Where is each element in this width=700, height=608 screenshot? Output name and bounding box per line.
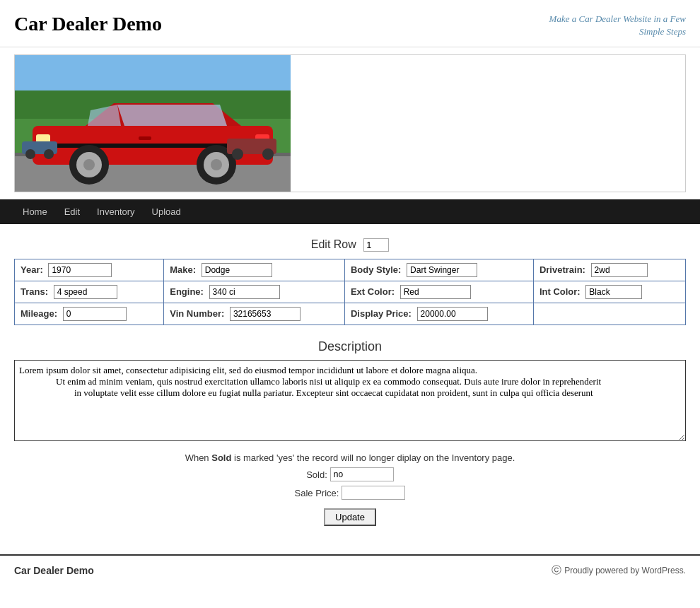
make-cell: Make:	[164, 259, 345, 281]
empty-cell	[533, 303, 685, 325]
row-number-input[interactable]	[363, 238, 389, 252]
trans-label: Trans:	[21, 286, 48, 297]
table-row: Trans: Engine: Ext Color: Int Color:	[15, 281, 686, 303]
trans-cell: Trans:	[15, 281, 164, 303]
description-textarea[interactable]: Lorem ipsum dolor sit amet, consectetur …	[14, 360, 686, 441]
trans-input[interactable]	[54, 285, 117, 299]
nav-item-home[interactable]: Home	[14, 199, 56, 224]
svg-point-9	[83, 159, 95, 170]
nav-item-upload[interactable]: Upload	[144, 199, 189, 224]
update-button[interactable]: Update	[324, 508, 376, 526]
svg-point-12	[211, 159, 222, 170]
ext-color-input[interactable]	[400, 285, 471, 299]
edit-row-header: Edit Row	[14, 238, 686, 252]
banner-area	[14, 54, 686, 192]
site-title: Car Dealer Demo	[14, 13, 162, 35]
body-style-label: Body Style:	[351, 264, 402, 275]
navigation: Home Edit Inventory Upload	[0, 199, 700, 224]
table-row: Mileage: Vin Number: Display Price:	[15, 303, 686, 325]
mileage-cell: Mileage:	[15, 303, 164, 325]
footer-title: Car Dealer Demo	[14, 565, 94, 576]
make-label: Make:	[170, 264, 196, 275]
svg-point-23	[44, 149, 54, 159]
ext-color-cell: Ext Color:	[344, 281, 533, 303]
footer-wordpress: ⓒ Proudly powered by WordPress.	[552, 564, 686, 577]
drivetrain-input[interactable]	[591, 263, 648, 277]
ext-color-label: Ext Color:	[351, 286, 395, 297]
nav-item-edit[interactable]: Edit	[56, 199, 88, 224]
sold-label: Sold:	[306, 469, 327, 480]
sale-price-input[interactable]	[342, 486, 405, 500]
drivetrain-label: Drivetrain:	[539, 264, 585, 275]
body-style-cell: Body Style:	[344, 259, 533, 281]
sold-keyword: Sold	[211, 452, 231, 463]
main-content: Edit Row Year: Make: Body Style: Drivetr…	[0, 238, 700, 554]
fields-table: Year: Make: Body Style: Drivetrain: Tran…	[14, 259, 686, 325]
sold-section: When Sold is marked 'yes' the record wil…	[14, 452, 686, 500]
vin-label: Vin Number:	[170, 308, 224, 319]
sale-price-label: Sale Price:	[295, 488, 339, 498]
site-header: Car Dealer Demo Make a Car Dealer Websit…	[0, 0, 700, 47]
display-price-label: Display Price:	[351, 308, 412, 319]
drivetrain-cell: Drivetrain:	[533, 259, 685, 281]
int-color-label: Int Color:	[539, 286, 581, 297]
engine-label: Engine:	[170, 286, 204, 297]
footer-wp-text: Proudly powered by WordPress.	[564, 566, 686, 575]
description-header: Description	[14, 339, 686, 354]
mileage-label: Mileage:	[21, 308, 57, 319]
mileage-input[interactable]	[63, 307, 127, 321]
nav-item-inventory[interactable]: Inventory	[88, 199, 143, 224]
sold-notice: When Sold is marked 'yes' the record wil…	[14, 452, 686, 463]
make-input[interactable]	[202, 263, 272, 277]
table-row: Year: Make: Body Style: Drivetrain:	[15, 259, 686, 281]
banner-rest	[291, 55, 685, 192]
svg-rect-17	[139, 136, 151, 140]
svg-point-22	[25, 149, 35, 159]
site-footer: Car Dealer Demo ⓒ Proudly powered by Wor…	[0, 554, 700, 585]
int-color-cell: Int Color:	[533, 281, 685, 303]
engine-cell: Engine:	[164, 281, 345, 303]
body-style-input[interactable]	[407, 263, 477, 277]
vin-cell: Vin Number:	[164, 303, 345, 325]
banner-car-image	[15, 55, 291, 192]
sale-price-row: Sale Price:	[14, 486, 686, 500]
year-input[interactable]	[48, 263, 112, 277]
svg-point-19	[232, 148, 243, 160]
display-price-input[interactable]	[417, 307, 488, 321]
vin-input[interactable]	[230, 307, 301, 321]
site-tagline: Make a Car Dealer Website in a Few Simpl…	[530, 13, 686, 38]
update-btn-row: Update	[14, 508, 686, 526]
wp-icon: ⓒ	[552, 564, 561, 577]
year-label: Year:	[21, 264, 43, 275]
year-cell: Year:	[15, 259, 164, 281]
engine-input[interactable]	[209, 285, 280, 299]
int-color-input[interactable]	[585, 285, 642, 299]
svg-point-20	[262, 148, 274, 160]
sold-row: Sold:	[14, 467, 686, 481]
display-price-cell: Display Price:	[344, 303, 533, 325]
sold-input[interactable]	[330, 467, 394, 481]
edit-row-label: Edit Row	[311, 238, 356, 250]
